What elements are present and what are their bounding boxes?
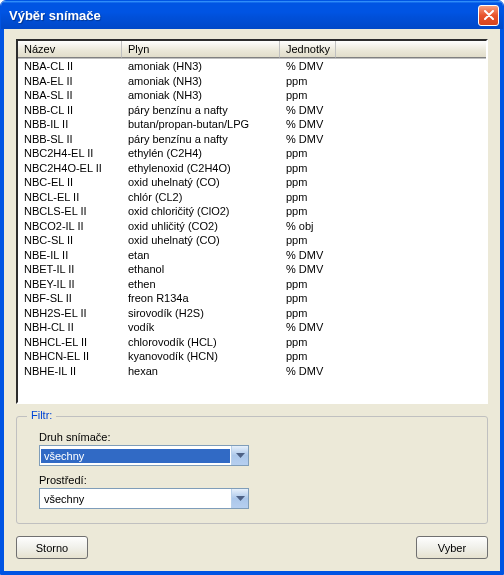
close-button[interactable] [478, 5, 499, 26]
cell-gas: oxid uhelnatý (CO) [122, 175, 280, 190]
column-header-name[interactable]: Název [18, 41, 122, 58]
cell-gas: freon R134a [122, 291, 280, 306]
sensor-listview[interactable]: Název Plyn Jednotky NBA-CL IIamoniak (HN… [16, 39, 488, 404]
cell-units: ppm [280, 204, 350, 219]
cell-units: ppm [280, 161, 350, 176]
table-row[interactable]: NBB-CL IIpáry benzínu a nafty% DMV [18, 103, 486, 118]
title-bar: Výběr snímače [1, 1, 503, 29]
cell-gas: hexan [122, 364, 280, 379]
column-header-filler [336, 41, 486, 58]
cell-gas: etan [122, 248, 280, 263]
cell-gas: páry benzínu a nafty [122, 132, 280, 147]
cell-name: NBCLS-EL II [18, 204, 122, 219]
cell-units: % obj [280, 219, 350, 234]
cell-units: % DMV [280, 132, 350, 147]
cell-name: NBC2H4O-EL II [18, 161, 122, 176]
table-row[interactable]: NBET-IL IIethanol% DMV [18, 262, 486, 277]
env-dropdown-button[interactable] [231, 489, 248, 508]
table-row[interactable]: NBC2H4-EL IIethylén (C2H4)ppm [18, 146, 486, 161]
cell-name: NBC-EL II [18, 175, 122, 190]
table-row[interactable]: NBF-SL IIfreon R134appm [18, 291, 486, 306]
cell-units: % DMV [280, 103, 350, 118]
cell-name: NBB-CL II [18, 103, 122, 118]
cell-name: NBEY-IL II [18, 277, 122, 292]
env-combo[interactable]: všechny [39, 488, 249, 509]
cell-gas: ethen [122, 277, 280, 292]
env-value: všechny [40, 493, 231, 505]
cell-gas: páry benzínu a nafty [122, 103, 280, 118]
table-row[interactable]: NBA-EL IIamoniak (NH3)ppm [18, 74, 486, 89]
cell-gas: amoniak (NH3) [122, 88, 280, 103]
cell-units: ppm [280, 335, 350, 350]
select-button[interactable]: Vyber [416, 536, 488, 559]
cell-units: ppm [280, 74, 350, 89]
chevron-down-icon [236, 496, 245, 502]
table-row[interactable]: NBH2S-EL IIsirovodík (H2S)ppm [18, 306, 486, 321]
cell-gas: ethylenoxid (C2H4O) [122, 161, 280, 176]
cell-units: ppm [280, 146, 350, 161]
table-row[interactable]: NBB-IL IIbutan/propan-butan/LPG% DMV [18, 117, 486, 132]
table-row[interactable]: NBEY-IL IIethenppm [18, 277, 486, 292]
cell-gas: butan/propan-butan/LPG [122, 117, 280, 132]
cell-gas: oxid uhelnatý (CO) [122, 233, 280, 248]
sensor-type-combo[interactable]: všechny [39, 445, 249, 466]
cell-name: NBE-IL II [18, 248, 122, 263]
cell-name: NBH-CL II [18, 320, 122, 335]
table-row[interactable]: NBHCN-EL IIkyanovodík (HCN)ppm [18, 349, 486, 364]
table-row[interactable]: NBC-EL IIoxid uhelnatý (CO)ppm [18, 175, 486, 190]
cell-name: NBF-SL II [18, 291, 122, 306]
listview-header: Název Plyn Jednotky [18, 41, 486, 59]
cell-units: % DMV [280, 59, 350, 74]
cell-units: ppm [280, 306, 350, 321]
sensor-type-label: Druh snímače: [39, 431, 473, 443]
table-row[interactable]: NBCO2-IL IIoxid uhličitý (CO2)% obj [18, 219, 486, 234]
cell-units: ppm [280, 277, 350, 292]
cell-gas: oxid chloričitý (ClO2) [122, 204, 280, 219]
cell-gas: chlorovodík (HCL) [122, 335, 280, 350]
button-row: Storno Vyber [16, 536, 488, 559]
cell-name: NBA-SL II [18, 88, 122, 103]
cell-gas: ethylén (C2H4) [122, 146, 280, 161]
column-header-units[interactable]: Jednotky [280, 41, 336, 58]
cell-name: NBHCN-EL II [18, 349, 122, 364]
cell-units: ppm [280, 349, 350, 364]
cell-gas: amoniak (NH3) [122, 74, 280, 89]
table-row[interactable]: NBA-SL IIamoniak (NH3)ppm [18, 88, 486, 103]
table-row[interactable]: NBHCL-EL IIchlorovodík (HCL)ppm [18, 335, 486, 350]
filter-groupbox: Filtr: Druh snímače: všechny Prostředí: … [16, 416, 488, 524]
cell-name: NBHCL-EL II [18, 335, 122, 350]
cell-units: % DMV [280, 117, 350, 132]
cell-units: ppm [280, 88, 350, 103]
sensor-type-dropdown-button[interactable] [231, 446, 248, 465]
table-row[interactable]: NBE-IL IIetan% DMV [18, 248, 486, 263]
cell-name: NBET-IL II [18, 262, 122, 277]
env-label: Prostředí: [39, 474, 473, 486]
cell-gas: sirovodík (H2S) [122, 306, 280, 321]
table-row[interactable]: NBA-CL IIamoniak (HN3)% DMV [18, 59, 486, 74]
cell-name: NBA-EL II [18, 74, 122, 89]
cell-gas: chlór (CL2) [122, 190, 280, 205]
cell-name: NBC2H4-EL II [18, 146, 122, 161]
table-row[interactable]: NBC-SL IIoxid uhelnatý (CO)ppm [18, 233, 486, 248]
client-area: Název Plyn Jednotky NBA-CL IIamoniak (HN… [1, 29, 503, 574]
cell-name: NBA-CL II [18, 59, 122, 74]
cell-units: % DMV [280, 262, 350, 277]
table-row[interactable]: NBHE-IL IIhexan% DMV [18, 364, 486, 379]
sensor-type-value: všechny [41, 449, 230, 463]
chevron-down-icon [236, 453, 245, 459]
cell-units: % DMV [280, 364, 350, 379]
window-title: Výběr snímače [9, 8, 478, 23]
cell-units: % DMV [280, 320, 350, 335]
column-header-gas[interactable]: Plyn [122, 41, 280, 58]
cancel-button[interactable]: Storno [16, 536, 88, 559]
table-row[interactable]: NBH-CL IIvodík% DMV [18, 320, 486, 335]
listview-body[interactable]: NBA-CL IIamoniak (HN3)% DMVNBA-EL IIamon… [18, 59, 486, 402]
close-icon [484, 10, 494, 20]
cell-name: NBB-SL II [18, 132, 122, 147]
cell-name: NBC-SL II [18, 233, 122, 248]
cell-name: NBH2S-EL II [18, 306, 122, 321]
table-row[interactable]: NBCLS-EL IIoxid chloričitý (ClO2)ppm [18, 204, 486, 219]
table-row[interactable]: NBB-SL IIpáry benzínu a nafty% DMV [18, 132, 486, 147]
table-row[interactable]: NBCL-EL IIchlór (CL2)ppm [18, 190, 486, 205]
table-row[interactable]: NBC2H4O-EL IIethylenoxid (C2H4O)ppm [18, 161, 486, 176]
